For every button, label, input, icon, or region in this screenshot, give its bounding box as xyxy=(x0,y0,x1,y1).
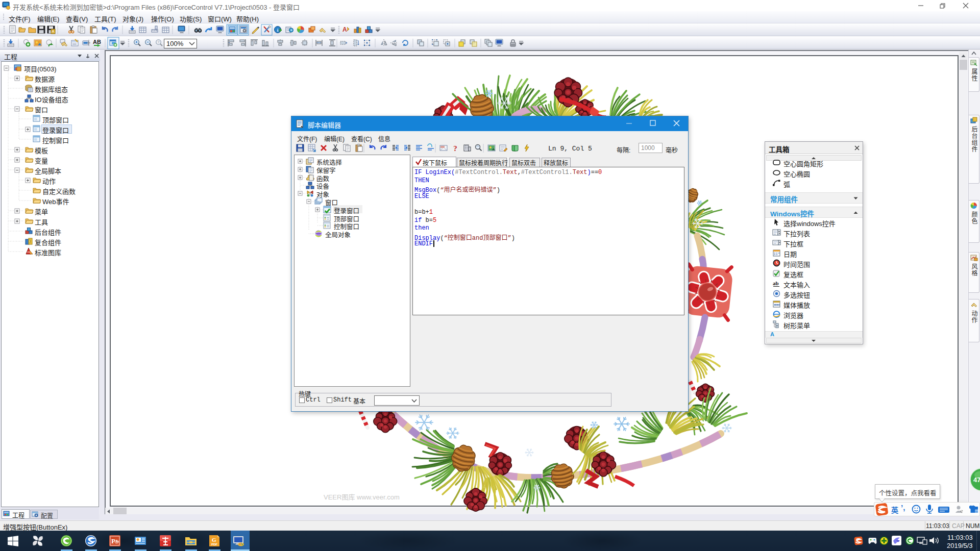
svg-text:A: A xyxy=(342,26,347,33)
svg-text:PDF: PDF xyxy=(211,543,217,546)
svg-text:47: 47 xyxy=(973,476,980,484)
svg-text:?: ? xyxy=(453,144,457,153)
svg-text:AB: AB xyxy=(93,39,101,45)
svg-text:G: G xyxy=(212,537,216,543)
svg-text:A: A xyxy=(52,29,55,34)
svg-text:?: ? xyxy=(158,40,160,44)
svg-text:ab: ab xyxy=(773,280,779,286)
